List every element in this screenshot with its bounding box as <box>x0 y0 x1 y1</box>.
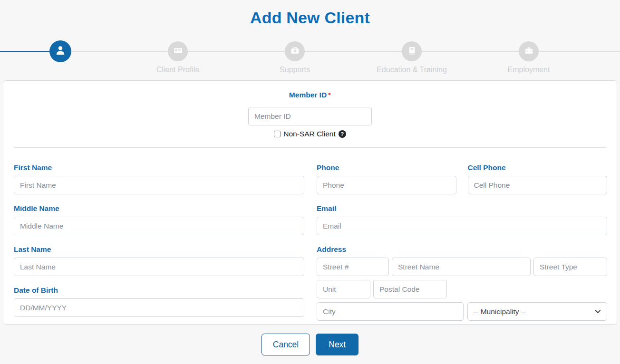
step-circle <box>49 40 71 62</box>
stepper-step-supports[interactable]: Supports <box>242 40 347 74</box>
step-label: Client Profile <box>126 66 230 74</box>
next-button[interactable]: Next <box>316 334 358 355</box>
briefcase-icon <box>524 46 534 57</box>
member-id-section: Member ID* Non-SAR Client ? <box>3 81 617 139</box>
last-name-group: Last Name <box>14 245 304 276</box>
last-name-label: Last Name <box>14 245 304 254</box>
left-column: First Name Middle Name Last Name Date of… <box>14 163 304 331</box>
member-id-label: Member ID* <box>3 91 617 99</box>
dob-label: Date of Birth <box>14 286 304 295</box>
help-icon[interactable]: ? <box>339 130 346 138</box>
last-name-input[interactable] <box>14 258 304 276</box>
cell-phone-group: Cell Phone <box>468 163 608 194</box>
cancel-button[interactable]: Cancel <box>262 334 310 355</box>
postal-code-input[interactable] <box>373 280 447 298</box>
middle-name-input[interactable] <box>14 217 304 235</box>
add-new-client-page: Add New Client Client Profile <box>0 0 620 355</box>
dob-group: Date of Birth <box>14 286 304 317</box>
cell-phone-label: Cell Phone <box>468 163 608 172</box>
dob-input[interactable] <box>14 298 304 317</box>
member-id-input[interactable] <box>248 107 372 125</box>
stepper-step-employment[interactable]: Employment <box>476 40 581 74</box>
medkit-icon <box>290 46 300 57</box>
client-form-card: Member ID* Non-SAR Client ? First Name <box>3 80 617 325</box>
middle-name-group: Middle Name <box>14 204 304 235</box>
user-icon <box>55 45 66 58</box>
cell-phone-input[interactable] <box>468 176 608 194</box>
stepper-step-education-training[interactable]: Education & Training <box>359 40 464 74</box>
step-circle <box>285 41 305 61</box>
step-label: Employment <box>476 66 581 74</box>
street-number-input[interactable] <box>317 258 389 276</box>
form-actions: Cancel Next <box>0 334 620 355</box>
step-circle <box>519 41 539 61</box>
phone-input[interactable] <box>317 176 456 194</box>
non-sar-client-label: Non-SAR Client <box>283 130 335 138</box>
client-details-form: First Name Middle Name Last Name Date of… <box>3 148 617 331</box>
city-input[interactable] <box>317 302 464 321</box>
stepper-step-client-profile[interactable]: Client Profile <box>126 40 230 74</box>
book-icon <box>407 46 417 57</box>
first-name-input[interactable] <box>14 176 304 194</box>
phone-label: Phone <box>317 163 456 172</box>
first-name-group: First Name <box>14 163 304 194</box>
id-card-icon <box>173 46 183 57</box>
non-sar-client-checkbox[interactable] <box>274 131 281 137</box>
page-title: Add New Client <box>0 0 620 27</box>
stepper-step-client-information[interactable] <box>8 40 113 66</box>
address-label: Address <box>317 245 607 254</box>
right-column: Phone Cell Phone Email Address <box>317 163 607 331</box>
email-input[interactable] <box>317 217 607 235</box>
municipality-select-wrap: -- Municipality -- <box>467 302 607 321</box>
step-label: Supports <box>242 66 347 74</box>
step-circle <box>168 41 188 61</box>
wizard-stepper: Client Profile Supports Education & Trai… <box>0 40 620 77</box>
first-name-label: First Name <box>14 163 304 172</box>
non-sar-client-row: Non-SAR Client ? <box>274 130 346 138</box>
street-type-input[interactable] <box>533 258 607 276</box>
phone-group: Phone <box>317 163 456 194</box>
email-group: Email <box>317 204 607 235</box>
email-label: Email <box>317 204 607 213</box>
address-group: Address -- Municipality <box>317 245 607 321</box>
step-circle <box>402 41 422 61</box>
street-name-input[interactable] <box>392 258 531 276</box>
required-asterisk: * <box>328 91 331 99</box>
municipality-select[interactable]: -- Municipality -- <box>467 302 607 321</box>
unit-input[interactable] <box>317 280 370 298</box>
middle-name-label: Middle Name <box>14 204 304 213</box>
step-label: Education & Training <box>359 66 464 74</box>
